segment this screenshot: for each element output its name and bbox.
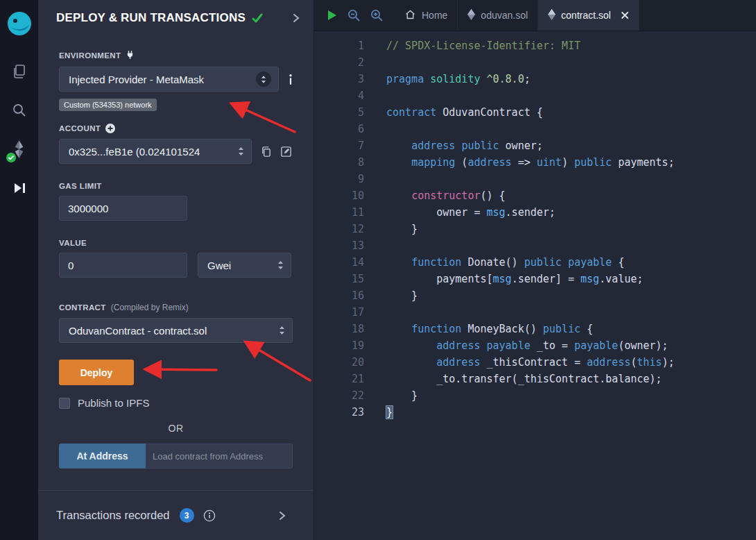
code-line[interactable]: 1// SPDX-License-Identifier: MIT xyxy=(328,37,756,54)
solidity-file-icon xyxy=(548,9,556,22)
panel-body: ENVIRONMENT Injected Provider - MetaMask xyxy=(38,29,313,490)
code-line-content[interactable] xyxy=(364,54,386,71)
deploy-run-icon[interactable] xyxy=(9,178,30,199)
code-line[interactable]: 7 address public owner; xyxy=(328,137,756,154)
editor-pane: Home oduvan.sol contra xyxy=(314,0,756,540)
code-line-content[interactable]: address public owner; xyxy=(364,137,543,154)
remix-logo-icon[interactable] xyxy=(6,10,33,40)
remix-ide-window: DEPLOY & RUN TRANSACTIONS ENVIRONMENT xyxy=(0,0,756,540)
code-line[interactable]: 18 function MoneyBack() public { xyxy=(328,321,756,337)
code-line-content[interactable]: } xyxy=(364,221,418,237)
code-line[interactable]: 12 } xyxy=(328,221,756,237)
line-number: 6 xyxy=(328,121,364,137)
select-stepper-icon xyxy=(238,147,244,155)
code-line-content[interactable]: } xyxy=(364,404,393,421)
plug-icon xyxy=(126,50,135,61)
code-line-content[interactable]: payments[msg.sender] = msg.value; xyxy=(364,271,643,287)
code-line[interactable]: 19 address payable _to = payable(owner); xyxy=(328,337,756,354)
code-line[interactable]: 14 function Donate() public payable { xyxy=(328,254,756,271)
run-script-icon[interactable] xyxy=(325,8,338,22)
line-number: 21 xyxy=(328,371,364,387)
code-line[interactable]: 20 address _thisContract = address(this)… xyxy=(328,354,756,371)
code-line[interactable]: 15 payments[msg.sender] = msg.value; xyxy=(328,271,756,287)
code-line-content[interactable]: function MoneyBack() public { xyxy=(364,321,593,337)
edit-account-icon[interactable] xyxy=(280,146,292,158)
file-explorer-icon[interactable] xyxy=(9,61,30,82)
tab-label: Home xyxy=(422,10,447,21)
code-line-content[interactable]: _to.transfer(_thisContract.balance); xyxy=(364,371,662,387)
line-number: 16 xyxy=(328,287,364,304)
line-number: 22 xyxy=(328,387,364,404)
value-input[interactable] xyxy=(59,253,187,278)
deploy-button[interactable]: Deploy xyxy=(59,360,134,385)
code-line-content[interactable] xyxy=(364,87,386,104)
transactions-recorded-section: Transactions recorded 3 xyxy=(38,490,313,540)
compile-success-badge-icon xyxy=(6,153,16,162)
code-line-content[interactable]: contract OduvanContract { xyxy=(364,104,543,121)
account-label: ACCOUNT xyxy=(59,124,293,133)
transactions-expand-chevron-icon[interactable] xyxy=(279,511,286,521)
add-account-icon[interactable] xyxy=(105,124,115,133)
at-address-button[interactable]: At Address xyxy=(59,444,146,469)
line-number: 17 xyxy=(328,304,364,321)
code-line[interactable]: 22 } xyxy=(328,387,756,404)
publish-ipfs-label: Publish to IPFS xyxy=(78,397,149,409)
gas-limit-input[interactable] xyxy=(59,196,187,221)
contract-select[interactable]: OduvanContract - contract.sol xyxy=(59,318,293,343)
account-select[interactable]: 0x325...feB1e (0.024101524 xyxy=(59,139,252,164)
code-line-content[interactable] xyxy=(364,171,386,187)
value-label: VALUE xyxy=(59,239,293,247)
code-line[interactable]: 11 owner = msg.sender; xyxy=(328,204,756,221)
code-line[interactable]: 17 xyxy=(328,304,756,321)
code-line-content[interactable]: } xyxy=(364,387,418,404)
code-line-content[interactable]: // SPDX-License-Identifier: MIT xyxy=(364,37,581,54)
code-line[interactable]: 5contract OduvanContract { xyxy=(328,104,756,121)
code-line-content[interactable] xyxy=(364,121,386,137)
code-line[interactable]: 10 constructor() { xyxy=(328,187,756,204)
code-line[interactable]: 2 xyxy=(328,54,756,71)
line-number: 7 xyxy=(328,137,364,154)
code-line[interactable]: 21 _to.transfer(_thisContract.balance); xyxy=(328,371,756,387)
publish-ipfs-checkbox[interactable] xyxy=(59,398,70,409)
code-line[interactable]: 13 xyxy=(328,237,756,254)
code-line-content[interactable]: address _thisContract = address(this); xyxy=(364,354,674,371)
code-line[interactable]: 6 xyxy=(328,121,756,137)
solidity-compiler-icon[interactable] xyxy=(9,139,30,160)
line-number: 9 xyxy=(328,171,364,187)
code-line[interactable]: 23} xyxy=(328,404,756,421)
transactions-info-icon[interactable] xyxy=(203,509,216,522)
code-line[interactable]: 3pragma solidity ^0.8.0; xyxy=(328,71,756,87)
code-line-content[interactable]: constructor() { xyxy=(364,187,506,204)
code-line-content[interactable]: } xyxy=(364,287,418,304)
code-line-content[interactable] xyxy=(364,237,386,254)
tab-oduvan-sol[interactable]: oduvan.sol xyxy=(458,0,538,31)
code-line-content[interactable]: pragma solidity ^0.8.0; xyxy=(364,71,531,87)
code-area[interactable]: 1// SPDX-License-Identifier: MIT23pragma… xyxy=(314,31,756,540)
collapse-panel-chevron-icon[interactable] xyxy=(293,13,300,23)
environment-select[interactable]: Injected Provider - MetaMask xyxy=(59,67,279,92)
value-unit-select[interactable]: Gwei xyxy=(198,253,291,278)
code-line-content[interactable]: function Donate() public payable { xyxy=(364,254,624,271)
at-address-input[interactable] xyxy=(146,444,293,469)
code-line-content[interactable]: address payable _to = payable(owner); xyxy=(364,337,668,354)
check-icon xyxy=(252,13,263,23)
close-tab-icon[interactable] xyxy=(621,11,629,19)
code-line[interactable]: 16 } xyxy=(328,287,756,304)
code-line[interactable]: 8 mapping (address => uint) public payme… xyxy=(328,154,756,171)
code-line-content[interactable]: owner = msg.sender; xyxy=(364,204,556,221)
icon-sidebar xyxy=(0,0,38,540)
line-number: 1 xyxy=(328,37,364,54)
tab-contract-sol[interactable]: contract.sol xyxy=(538,0,639,31)
code-line[interactable]: 4 xyxy=(328,87,756,104)
tab-home[interactable]: Home xyxy=(395,0,458,31)
code-line-content[interactable] xyxy=(364,304,386,321)
code-line-content[interactable]: mapping (address => uint) public payment… xyxy=(364,154,674,171)
environment-info-icon[interactable] xyxy=(289,74,293,85)
zoom-in-icon[interactable] xyxy=(370,8,384,23)
zoom-out-icon[interactable] xyxy=(347,8,361,23)
code-line[interactable]: 9 xyxy=(328,171,756,187)
search-icon[interactable] xyxy=(9,100,30,121)
copy-account-icon[interactable] xyxy=(260,146,272,158)
tab-label: contract.sol xyxy=(561,10,611,21)
line-number: 10 xyxy=(328,187,364,204)
